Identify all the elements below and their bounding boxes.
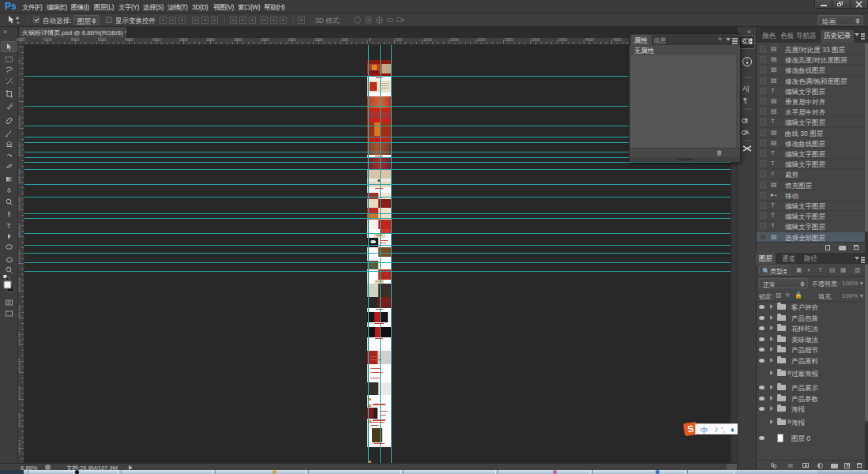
svg-text:A|: A|	[742, 85, 749, 92]
svg-text:T: T	[7, 222, 12, 230]
svg-text:¶: ¶	[743, 96, 747, 104]
svg-text:¶: ¶	[745, 117, 748, 124]
svg-text:A: A	[745, 129, 750, 136]
